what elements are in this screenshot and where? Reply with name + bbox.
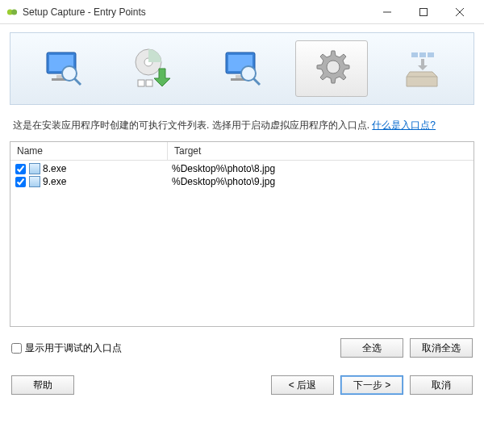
svg-rect-3	[419, 8, 427, 15]
svg-line-21	[253, 78, 260, 85]
window-title: Setup Capture - Entry Points	[23, 6, 369, 18]
column-header-name[interactable]: Name	[10, 142, 168, 160]
description-text: 这是在安装应用程序时创建的可执行文件列表. 选择用于启动虚拟应用程序的入口点. …	[10, 105, 474, 141]
app-icon	[6, 6, 18, 18]
list-header: Name Target	[10, 142, 474, 161]
step-disc-download-icon[interactable]	[116, 40, 189, 97]
help-button[interactable]: 帮助	[11, 375, 74, 395]
what-is-entry-point-link[interactable]: 什么是入口点?	[372, 119, 436, 131]
svg-point-1	[11, 9, 17, 15]
deselect-all-button[interactable]: 取消全选	[410, 338, 473, 358]
list-row[interactable]: 8.exe %Desktop%\photo\8.jpg	[10, 162, 474, 175]
step-monitor-search-icon[interactable]	[27, 40, 99, 97]
exe-icon	[29, 176, 40, 187]
entry-points-list: Name Target 8.exe %Desktop%\photo\8.jpg …	[10, 141, 474, 327]
row-name: 8.exe	[43, 163, 172, 174]
row-name: 9.exe	[43, 176, 172, 187]
svg-rect-14	[138, 80, 144, 86]
step-package-icon[interactable]	[385, 40, 457, 97]
titlebar: Setup Capture - Entry Points	[0, 0, 484, 24]
debug-checkbox-label[interactable]: 显示用于调试的入口点	[11, 341, 334, 355]
list-body: 8.exe %Desktop%\photo\8.jpg 9.exe %Deskt…	[10, 161, 474, 190]
wizard-buttons: 帮助 < 后退 下一步 > 取消	[10, 366, 474, 403]
svg-rect-23	[411, 52, 418, 57]
debug-checkbox[interactable]	[11, 343, 22, 354]
step-monitor-search-2-icon[interactable]	[206, 40, 278, 97]
row-checkbox[interactable]	[15, 164, 26, 174]
cancel-button[interactable]: 取消	[410, 375, 473, 395]
svg-line-11	[74, 78, 81, 85]
list-row[interactable]: 9.exe %Desktop%\photo\9.jpg	[10, 175, 474, 188]
svg-rect-25	[428, 52, 434, 57]
svg-rect-15	[146, 80, 152, 86]
close-button[interactable]	[441, 0, 478, 23]
row-target: %Desktop%\photo\9.jpg	[172, 176, 469, 187]
column-header-target[interactable]: Target	[168, 142, 474, 160]
options-row: 显示用于调试的入口点 全选 取消全选	[10, 327, 474, 366]
debug-label-text: 显示用于调试的入口点	[25, 341, 122, 355]
row-target: %Desktop%\photo\8.jpg	[172, 163, 469, 174]
svg-rect-24	[419, 52, 426, 57]
description-prefix: 这是在安装应用程序时创建的可执行文件列表. 选择用于启动虚拟应用程序的入口点.	[13, 119, 372, 131]
exe-icon	[29, 163, 40, 174]
window-controls	[369, 0, 478, 23]
svg-point-22	[327, 61, 340, 73]
select-all-button[interactable]: 全选	[340, 338, 403, 358]
wizard-steps-toolbar	[10, 32, 474, 105]
row-checkbox[interactable]	[15, 177, 26, 187]
next-button[interactable]: 下一步 >	[340, 375, 403, 395]
maximize-button[interactable]	[405, 0, 441, 23]
step-gear-icon[interactable]	[295, 40, 368, 97]
minimize-button[interactable]	[369, 0, 405, 23]
back-button[interactable]: < 后退	[271, 375, 334, 395]
